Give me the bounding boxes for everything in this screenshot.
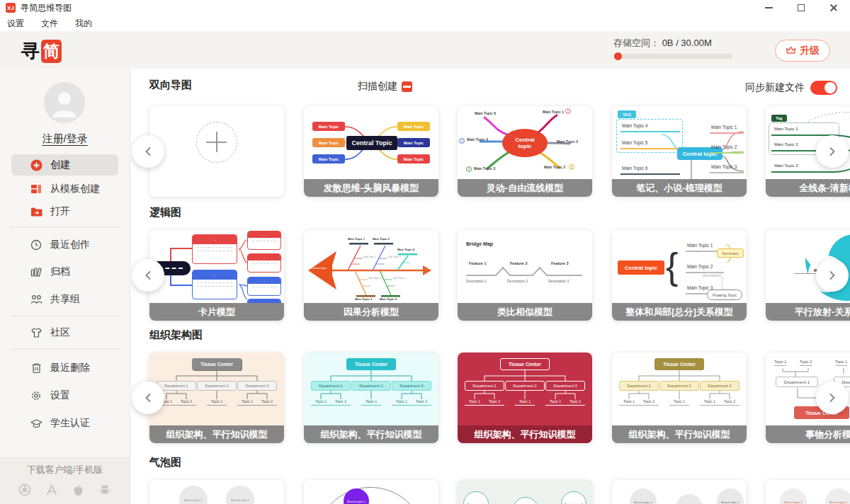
template-card-bridge-map[interactable]: Bridge Map Feature 1 Feature 2 Feature 3…	[458, 230, 592, 321]
plus-dashed-circle-icon	[196, 122, 237, 163]
template-card-label: 笔记、小说-梳理模型	[612, 179, 747, 197]
scroll-right-button[interactable]	[816, 382, 849, 414]
menu-settings[interactable]: 设置	[7, 18, 24, 30]
appstore-icon[interactable]	[45, 483, 58, 496]
chevron-left-icon	[144, 393, 152, 403]
app-window: XJ 寻简思维导图 设置 文件 我的 寻 简 存储空间： 0B / 30.00M…	[0, 0, 850, 504]
logo-text-black: 寻	[21, 39, 40, 64]
sync-new-file-label: 同步新建文件	[745, 81, 805, 94]
template-card-card-model[interactable]: ··· ·· ·· ··· ·· ·· 卡片模型	[149, 230, 284, 321]
scroll-left-button[interactable]	[132, 382, 164, 414]
template-card-bubble-1[interactable]: Branch topic 1 Branch topic 2	[149, 480, 284, 504]
app-logo: 寻 简	[21, 39, 62, 64]
sidebar-item-label: 打开	[50, 205, 70, 218]
sidebar-item-student-verify[interactable]: 学生认证	[11, 413, 118, 434]
window-title: 寻简思维导图	[21, 2, 72, 14]
sidebar-item-settings[interactable]: 设置	[11, 385, 118, 406]
window-titlebar: XJ 寻简思维导图	[0, 0, 850, 16]
maximize-button[interactable]	[785, 0, 817, 16]
avatar[interactable]	[44, 82, 85, 123]
sidebar-item-recently-deleted[interactable]: 最近删除	[11, 357, 118, 379]
template-card-label: 全线条-清新模型	[766, 179, 850, 197]
android-icon[interactable]	[98, 483, 111, 496]
scroll-right-button[interactable]	[816, 259, 849, 292]
mini-card-red: ···	[192, 234, 237, 264]
template-card-label: 事物分析模型	[766, 425, 850, 443]
sidebar-item-recent-works[interactable]: 最近创作	[11, 234, 118, 256]
main-content: 双向导图 扫描创建 同步新建文件	[131, 69, 850, 504]
template-card-fishbone[interactable]: Central topic Main Topic 1 Main Topic 2 …	[304, 230, 438, 321]
chrome-icon[interactable]	[18, 483, 31, 496]
minimize-button[interactable]	[752, 0, 785, 16]
sidebar-item-create[interactable]: 创建	[11, 154, 118, 176]
menu-bar: 设置 文件 我的	[0, 16, 850, 31]
sidebar: 注册/登录 创建 从模板创建 打开 最近创作 归档	[0, 69, 130, 504]
download-label: 下载客户端/手机版	[0, 457, 130, 476]
template-card-label: 组织架构、平行知识模型	[149, 425, 284, 443]
template-card-org-cyan[interactable]: Tissue Center Department 1 Department 2 …	[304, 353, 438, 443]
template-card-brainstorm[interactable]: Central Topic Main Topic Main Topic Main…	[304, 106, 438, 197]
template-card-bubble-3[interactable]: Branch topic 1 Branch topic 5	[458, 480, 592, 504]
trash-icon	[30, 362, 42, 374]
plus-circle-icon	[30, 159, 42, 171]
scroll-left-button[interactable]	[132, 135, 164, 168]
template-card-freeflow[interactable]: Centraltopic Main Topic 6 Main Topic 1 2…	[458, 106, 592, 197]
template-card-org-red[interactable]: Tissue Center Department 1 Department 2 …	[458, 353, 592, 443]
template-card-label: 组织架构、平行知识模型	[612, 425, 747, 443]
sidebar-item-archive[interactable]: 归档	[11, 261, 118, 282]
archive-icon	[30, 265, 42, 278]
minimize-icon	[765, 7, 773, 8]
template-card-org-gold[interactable]: Tissue Center Department 1 Department 2 …	[612, 353, 747, 443]
scan-create-button[interactable]: 扫描创建	[358, 80, 412, 93]
template-card-whole-part[interactable]: Central topic { Main Topic 1 Main Topic …	[612, 230, 747, 321]
section-title-bubble-map: 气泡图	[149, 456, 181, 469]
sidebar-item-create-from-template[interactable]: 从模板创建	[11, 178, 118, 200]
template-card-label: 整体和局部[总分]关系模型	[612, 303, 747, 321]
chevron-left-icon	[144, 147, 152, 156]
template-card-label: 组织架构、平行知识模型	[458, 425, 592, 443]
scan-icon	[402, 81, 412, 92]
close-icon	[829, 4, 838, 12]
storage-label: 存储空间：	[613, 38, 659, 48]
chevron-left-icon	[144, 270, 152, 280]
menu-file[interactable]: 文件	[41, 18, 58, 30]
section-title-bidirectional-map: 双向导图	[149, 79, 192, 92]
sidebar-item-label: 学生认证	[50, 417, 90, 430]
menu-mine[interactable]: 我的	[75, 18, 92, 30]
sidebar-item-label: 设置	[50, 389, 70, 402]
template-icon	[30, 183, 42, 195]
template-card-label: 平行放射-关系模型	[766, 303, 850, 321]
scroll-left-button[interactable]	[132, 259, 164, 292]
chevron-right-icon	[828, 393, 837, 403]
logo-text-red: 简	[41, 40, 62, 63]
sidebar-item-label: 创建	[50, 159, 70, 171]
template-card-bubble-2[interactable]: Branch topic 1	[304, 480, 438, 504]
apple-icon[interactable]	[72, 483, 84, 497]
sidebar-item-shared-groups[interactable]: 共享组	[11, 289, 118, 310]
upgrade-label: 升级	[800, 45, 820, 57]
login-register-link[interactable]: 注册/登录	[0, 132, 130, 146]
template-card-label: 卡片模型	[149, 303, 284, 321]
sidebar-item-label: 最近删除	[50, 362, 90, 374]
person-icon	[44, 82, 85, 123]
download-section: 下载客户端/手机版	[0, 457, 130, 504]
scroll-right-button[interactable]	[816, 135, 849, 168]
graduation-cap-icon	[30, 417, 42, 430]
upgrade-button[interactable]: 升级	[775, 40, 830, 62]
template-card-blank-create[interactable]	[149, 106, 284, 197]
close-button[interactable]	[817, 0, 850, 16]
sidebar-item-label: 最近创作	[50, 239, 90, 251]
mini-card-blue: ···	[192, 270, 237, 299]
sidebar-item-open[interactable]: 打开	[11, 201, 118, 222]
sidebar-divider	[9, 349, 120, 350]
sidebar-item-community[interactable]: 社区	[11, 322, 118, 343]
template-card-notes[interactable]: TAG Main Topic 4 Main Topic 5 Main Topic…	[612, 106, 747, 197]
sync-new-file-toggle[interactable]	[810, 81, 837, 95]
storage-info: 存储空间： 0B / 30.00M	[613, 37, 712, 50]
sidebar-item-label: 从模板创建	[50, 183, 100, 195]
template-card-bubble-5[interactable]: Branch topic 1 Branch topic 2	[766, 480, 850, 504]
template-card-org-cream[interactable]: Tissue Center Department 1 Department 2 …	[149, 353, 284, 443]
storage-value: 0B / 30.00M	[662, 38, 712, 48]
template-card-bubble-4[interactable]: Branch topic 1 Branch topic 5	[612, 480, 747, 504]
section-title-org-chart: 组织架构图	[149, 328, 203, 342]
